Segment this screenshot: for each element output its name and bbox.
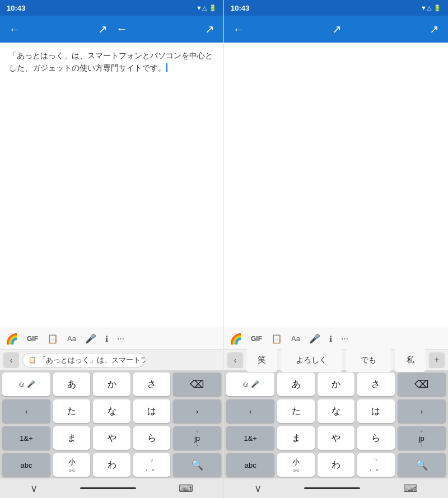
- right-key-wa[interactable]: わ: [318, 453, 354, 477]
- left-share-button[interactable]: ↗: [98, 22, 108, 36]
- right-key-row-3: 1&+ ま や ら ‹ jp ›: [226, 426, 446, 450]
- left-tb-gif-button[interactable]: GIF: [25, 334, 40, 344]
- right-nav-down[interactable]: ∨: [254, 482, 262, 495]
- left-key-sa[interactable]: さ: [133, 373, 170, 396]
- left-tb-info-icon[interactable]: ℹ: [103, 333, 110, 345]
- right-suggestion-watashi[interactable]: 私: [395, 348, 426, 372]
- right-key-ya[interactable]: や: [318, 426, 354, 450]
- left-key-wa[interactable]: わ: [93, 453, 130, 477]
- left-tb-clipboard-icon[interactable]: 📋: [45, 332, 60, 345]
- left-key-ha[interactable]: は: [133, 399, 170, 423]
- left-key-jp[interactable]: ‹ jp ›: [173, 426, 221, 450]
- right-nav-keyboard[interactable]: ⌨: [403, 482, 418, 495]
- right-suggestion-arrow[interactable]: ‹: [227, 352, 243, 368]
- right-key-na[interactable]: な: [318, 399, 354, 423]
- right-key-search[interactable]: 🔍: [398, 453, 446, 477]
- right-signal-icon: ▼△: [421, 4, 431, 12]
- right-tb-gif-button[interactable]: GIF: [249, 334, 264, 344]
- left-nav-keyboard[interactable]: ⌨: [179, 482, 193, 495]
- left-suggestion-arrow[interactable]: ‹: [3, 352, 19, 368]
- left-key-row-2: ‹ た な は ›: [2, 399, 221, 423]
- right-bottom-nav: ∨ ⌨: [224, 478, 448, 498]
- right-key-ha[interactable]: は: [357, 399, 394, 423]
- left-key-ka[interactable]: か: [93, 373, 130, 396]
- right-key-a[interactable]: あ: [277, 373, 314, 396]
- left-key-ra[interactable]: ら: [133, 426, 170, 450]
- right-suggestion-demo[interactable]: でも: [346, 348, 391, 372]
- left-keyboard-toolbar: 🌈 GIF 📋 Aa 🎤 ℹ ···: [0, 328, 223, 349]
- left-key-ya[interactable]: や: [93, 426, 130, 450]
- chip-clipboard-icon: 📋: [29, 356, 36, 364]
- right-key-abc[interactable]: abc: [226, 453, 274, 477]
- left-key-ta[interactable]: た: [53, 399, 90, 423]
- left-back2-button[interactable]: ←: [116, 22, 128, 36]
- left-status-time: 10:43: [7, 4, 25, 12]
- left-key-prev[interactable]: ‹: [2, 399, 50, 423]
- left-tb-font-icon[interactable]: Aa: [65, 333, 78, 344]
- left-back-button[interactable]: ←: [9, 23, 20, 36]
- left-key-emoji[interactable]: ☺🎤: [2, 373, 50, 396]
- right-keyboard-toolbar: 🌈 GIF 📋 Aa 🎤 ℹ ···: [224, 328, 448, 349]
- right-share-button[interactable]: ↗: [332, 22, 342, 36]
- right-tb-info-icon[interactable]: ℹ: [327, 333, 334, 345]
- text-cursor: [166, 63, 167, 72]
- right-key-jp[interactable]: ‹ jp ›: [398, 426, 446, 450]
- right-key-punct[interactable]: ? 、。: [357, 453, 394, 477]
- right-key-prev[interactable]: ‹: [226, 399, 274, 423]
- left-suggestion-chip[interactable]: 📋 「あっとはっく」は、スマートフォ...: [22, 353, 146, 367]
- left-nav-down[interactable]: ∨: [30, 482, 38, 495]
- left-key-ma[interactable]: ま: [53, 426, 90, 450]
- right-key-row-2: ‹ た な は ›: [226, 399, 446, 423]
- right-tb-emoji-icon[interactable]: 🌈: [227, 332, 244, 346]
- left-suggestion-row: ‹ 📋 「あっとはっく」は、スマートフォ...: [0, 349, 223, 370]
- left-more-button[interactable]: ↗: [205, 22, 214, 36]
- right-content-area: [224, 43, 448, 328]
- left-content-area: 「あっとはっく」は、スマートフォンとパソコンを中心とした、ガジェットの使い方専門…: [0, 43, 223, 328]
- right-suggestion-row: ‹ 笑 よろしく でも 私 ＋: [224, 349, 448, 370]
- right-key-backspace[interactable]: ⌫: [398, 373, 446, 396]
- left-key-punct[interactable]: ? 、。: [133, 453, 170, 477]
- left-key-1and[interactable]: 1&+: [2, 426, 50, 450]
- left-tb-emoji-icon[interactable]: 🌈: [3, 332, 20, 346]
- right-more-button[interactable]: ↗: [430, 22, 439, 36]
- right-key-ka[interactable]: か: [318, 373, 354, 396]
- left-key-search[interactable]: 🔍: [173, 453, 221, 477]
- chip-text: 「あっとはっく」は、スマートフォ...: [39, 355, 146, 365]
- left-key-row-1: ☺🎤 あ か さ ⌫: [2, 373, 221, 396]
- left-key-small[interactable]: 小 ○○: [53, 453, 90, 477]
- right-key-emoji[interactable]: ☺🎤: [226, 373, 274, 396]
- right-tb-mic-icon[interactable]: 🎤: [307, 332, 323, 345]
- right-tb-more-icon[interactable]: ···: [339, 333, 351, 345]
- right-suggestion-warai[interactable]: 笑: [246, 348, 277, 372]
- right-key-ma[interactable]: ま: [277, 426, 314, 450]
- right-tb-font-icon[interactable]: Aa: [289, 333, 302, 344]
- right-back-button[interactable]: ←: [233, 23, 244, 36]
- left-tb-more-icon[interactable]: ···: [115, 333, 127, 345]
- left-key-abc[interactable]: abc: [2, 453, 50, 477]
- right-key-next[interactable]: ›: [398, 399, 446, 423]
- right-suggestion-yoroshiku[interactable]: よろしく: [281, 348, 342, 372]
- left-phone-panel: 10:43 ▼△ 🔋 ← ↗ ← ↗ 「あっとはっく」は、スマートフォンとパソコ…: [0, 0, 224, 498]
- right-key-1and[interactable]: 1&+: [226, 426, 274, 450]
- left-keyboard-rows: ☺🎤 あ か さ ⌫ ‹ た な は › 1&+ ま や ら: [0, 370, 223, 478]
- right-key-sa[interactable]: さ: [357, 373, 394, 396]
- left-key-na[interactable]: な: [93, 399, 130, 423]
- battery-icon: 🔋: [209, 4, 217, 12]
- right-status-icons: ▼△ 🔋: [421, 4, 441, 12]
- left-keyboard-wrapper: 🌈 GIF 📋 Aa 🎤 ℹ ··· ‹ 📋 「あっとはっく」は、スマートフォ.…: [0, 328, 223, 498]
- right-key-small[interactable]: 小 ○○: [277, 453, 314, 477]
- right-key-ta[interactable]: た: [277, 399, 314, 423]
- left-tb-mic-icon[interactable]: 🎤: [83, 332, 99, 345]
- right-keyboard-wrapper: 🌈 GIF 📋 Aa 🎤 ℹ ··· ‹ 笑 よろしく でも 私 ＋ ☺🎤 あ: [224, 328, 448, 498]
- right-tb-clipboard-icon[interactable]: 📋: [269, 332, 284, 345]
- right-suggestion-plus[interactable]: ＋: [429, 352, 445, 368]
- right-key-ra[interactable]: ら: [357, 426, 394, 450]
- left-content-text: 「あっとはっく」は、スマートフォンとパソコンを中心とした、ガジェットの使い方専門…: [9, 49, 214, 75]
- right-phone-panel: 10:43 ▼△ 🔋 ← ↗ ↗ 🌈 GIF 📋 Aa 🎤 ℹ ··· ‹ 笑 …: [224, 0, 448, 498]
- right-battery-icon: 🔋: [433, 4, 441, 12]
- left-key-row-4: abc 小 ○○ わ ? 、。 🔍: [2, 453, 221, 477]
- left-key-next[interactable]: ›: [173, 399, 221, 423]
- left-key-a[interactable]: あ: [53, 373, 90, 396]
- right-key-row-4: abc 小 ○○ わ ? 、。 🔍: [226, 453, 446, 477]
- left-key-backspace[interactable]: ⌫: [173, 373, 221, 396]
